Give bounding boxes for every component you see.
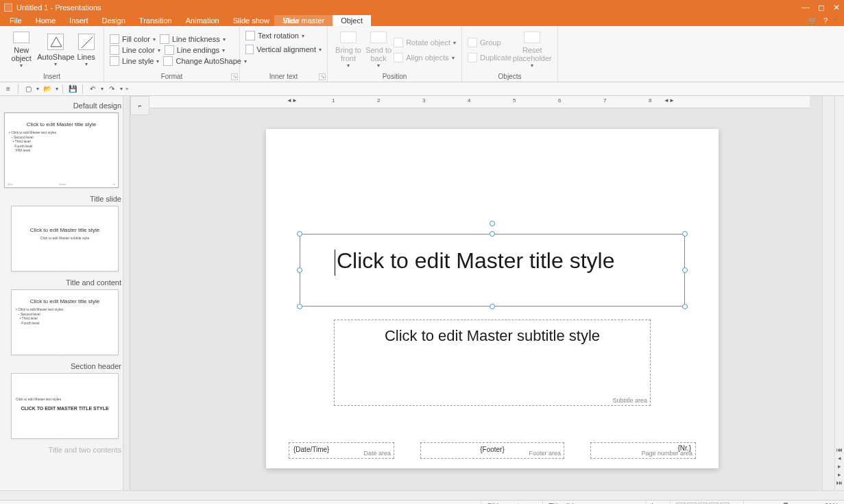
fill-color-label: Fill color — [122, 35, 150, 43]
send-to-back-button[interactable]: Send to back ▾ — [363, 29, 394, 71]
qa-overflow-icon[interactable]: » — [125, 86, 128, 92]
canvas-viewport[interactable]: ·——· Click to edit Master title style — [149, 108, 810, 490]
svg-line-0 — [82, 37, 93, 48]
handle-top-left[interactable] — [297, 231, 302, 237]
section-header-thumb[interactable]: Click to edit Master text styles CLICK T… — [11, 373, 119, 439]
help-icon[interactable]: ? — [823, 16, 828, 25]
line-color-button[interactable]: Line color▾ — [110, 45, 160, 56]
chevron-down-icon[interactable]: ▾ — [36, 86, 39, 92]
line-thickness-label: Line thickness — [172, 35, 220, 43]
autoshape-label: AutoShape — [37, 53, 74, 61]
master-thumb[interactable]: Click to edit Master title style • Click… — [4, 112, 119, 188]
handle-bottom-left[interactable] — [297, 304, 302, 309]
menu-home[interactable]: Home — [29, 15, 62, 26]
qa-redo-icon[interactable]: ↷ — [106, 84, 117, 95]
group-label-objects: Objects — [462, 73, 557, 80]
page-number-placeholder[interactable]: {Nr.} Page number area — [590, 442, 696, 459]
reset-placeholder-icon — [524, 32, 540, 43]
handle-left[interactable] — [297, 267, 302, 273]
window-controls: — ◻ ✕ — [801, 3, 840, 12]
handle-right[interactable] — [682, 267, 688, 273]
subtitle-placeholder[interactable]: Click to edit Master subtitle style Subt… — [334, 320, 651, 406]
vertical-alignment-button[interactable]: Vertical alignment▾ — [245, 44, 322, 55]
ribbon-collapse-icon[interactable]: ﹀ — [833, 16, 839, 25]
chevron-down-icon: ▾ — [20, 62, 23, 69]
maximize-button[interactable]: ◻ — [818, 3, 825, 12]
close-button[interactable]: ✕ — [833, 3, 840, 12]
horizontal-scrollbar[interactable] — [0, 490, 844, 500]
footer-placeholder[interactable]: {Footer} Footer area — [420, 442, 564, 459]
thumb-sub: Click to edit Master text styles — [16, 397, 114, 402]
format-dialog-launcher[interactable]: ↘ — [231, 73, 238, 80]
handle-top-right[interactable] — [682, 231, 688, 237]
chevron-down-icon[interactable]: ▾ — [56, 86, 58, 92]
menu-slideshow[interactable]: Slide show — [226, 15, 276, 26]
nav-last-icon[interactable]: ⏭ — [836, 479, 843, 486]
rotate-handle[interactable] — [490, 221, 495, 226]
title-content-thumb[interactable]: Click to edit Master title style • Click… — [11, 289, 119, 355]
qa-new-icon[interactable]: ▢ — [23, 84, 34, 95]
menu-design[interactable]: Design — [95, 15, 132, 26]
slide-panel: Default design Click to edit Master titl… — [0, 96, 130, 490]
nav-prev-icon[interactable]: ◂ — [838, 455, 841, 461]
inner-text-dialog-launcher[interactable]: ↘ — [319, 73, 326, 80]
lines-button[interactable]: Lines ▾ — [74, 29, 98, 71]
title-placeholder[interactable]: Click to edit Master title style — [300, 234, 685, 307]
chevron-down-icon[interactable]: ▾ — [120, 86, 123, 92]
line-color-icon — [110, 45, 119, 55]
ribbon-group-objects: Group Duplicate Reset placeholder ▾ Obje… — [462, 26, 558, 82]
menu-transition[interactable]: Transition — [132, 15, 179, 26]
nav-first-icon[interactable]: ⏮ — [836, 446, 843, 453]
change-autoshape-button[interactable]: Change AutoShape▾ — [163, 56, 246, 67]
date-placeholder[interactable]: {Date/Time} Date area — [289, 442, 394, 459]
title-text[interactable]: Click to edit Master title style — [335, 248, 614, 276]
qa-undo-icon[interactable]: ↶ — [87, 84, 98, 95]
rotate-object-button[interactable]: Rotate object▾ — [394, 37, 456, 48]
line-thickness-button[interactable]: Line thickness▾ — [160, 34, 226, 45]
tab-object[interactable]: Object — [333, 15, 371, 26]
menu-file[interactable]: File — [3, 15, 29, 26]
fill-color-button[interactable]: Fill color▾ — [110, 34, 156, 45]
vertical-scrollbar[interactable] — [822, 96, 834, 490]
line-endings-icon — [165, 45, 174, 55]
menu-insert[interactable]: Insert — [62, 15, 95, 26]
line-style-button[interactable]: Line style▾ — [110, 56, 159, 67]
qa-save-icon[interactable]: 💾 — [67, 84, 78, 95]
status-bar: Slide master Title slide Ins ▾ − + 81% — [0, 500, 844, 504]
line-endings-button[interactable]: Line endings▾ — [165, 45, 225, 56]
bring-to-front-button[interactable]: Bring to front ▾ — [333, 29, 363, 71]
chevron-down-icon[interactable]: ▾ — [101, 86, 104, 92]
text-rotation-button[interactable]: Text rotation▾ — [245, 30, 322, 41]
minimize-button[interactable]: — — [801, 3, 810, 12]
thumb-title: Click to edit Master title style — [16, 298, 114, 304]
layout-label-section: Section header — [1, 359, 128, 372]
nav-play-icon[interactable]: ▸ — [838, 463, 841, 470]
bring-to-front-label: Bring to front — [335, 46, 362, 62]
qa-open-icon[interactable]: 📂 — [42, 84, 53, 95]
group-button[interactable]: Group — [468, 37, 511, 48]
autoshape-button[interactable]: AutoShape ▾ — [37, 29, 74, 71]
nav-next-icon[interactable]: ▸ — [838, 471, 841, 478]
new-object-button[interactable]: New object ▾ — [5, 29, 37, 71]
horizontal-ruler[interactable]: ◄► 1 2 3 4 5 6 7 8 ◄► — [149, 96, 810, 108]
menu-animation[interactable]: Animation — [179, 15, 226, 26]
group-label-insert: Insert — [0, 73, 104, 80]
line-endings-label: Line endings — [177, 46, 219, 54]
title-slide-thumb[interactable]: Click to edit Master title style Click t… — [11, 206, 119, 272]
align-objects-button[interactable]: Align objects▾ — [394, 52, 456, 63]
duplicate-label: Duplicate — [480, 53, 511, 62]
workspace: Default design Click to edit Master titl… — [0, 96, 844, 490]
slide[interactable]: Click to edit Master title style Click t… — [266, 129, 719, 468]
panel-scrollbar[interactable] — [123, 96, 130, 490]
duplicate-button[interactable]: Duplicate — [468, 52, 511, 63]
handle-top[interactable] — [490, 231, 495, 237]
reset-placeholder-button[interactable]: Reset placeholder ▾ — [511, 29, 553, 71]
handle-bottom-right[interactable] — [682, 304, 688, 309]
tab-slide-master[interactable]: Slide master — [274, 15, 333, 26]
handle-bottom[interactable] — [490, 304, 495, 309]
cart-icon[interactable]: 🛒 — [808, 16, 818, 25]
ribbon-group-inner-text: Text rotation▾ Vertical alignment▾ Inner… — [240, 26, 328, 82]
qa-menu-icon[interactable]: ≡ — [3, 84, 14, 95]
ruler-corner[interactable]: ⌐ — [130, 96, 149, 115]
view-buttons — [670, 501, 735, 504]
